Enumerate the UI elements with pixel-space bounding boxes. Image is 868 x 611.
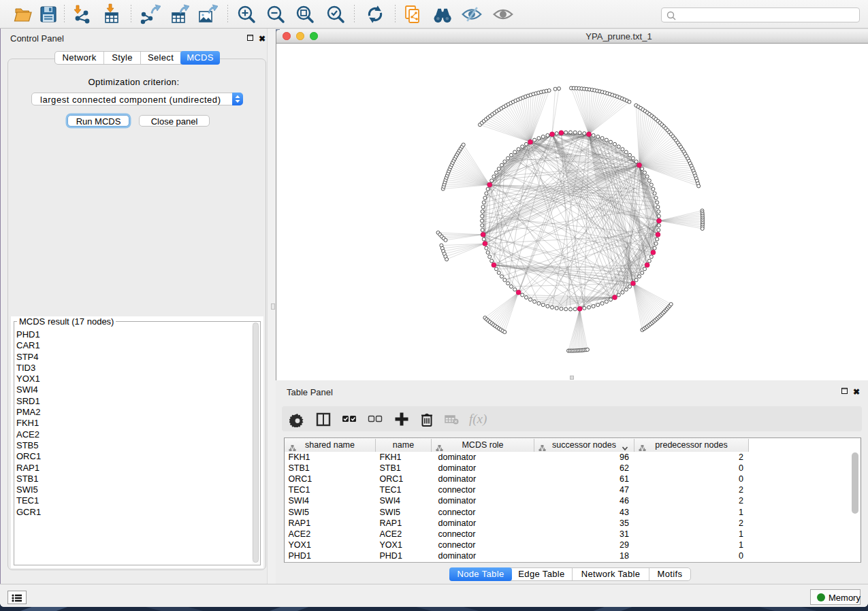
svg-text:f(x): f(x) bbox=[469, 412, 487, 427]
